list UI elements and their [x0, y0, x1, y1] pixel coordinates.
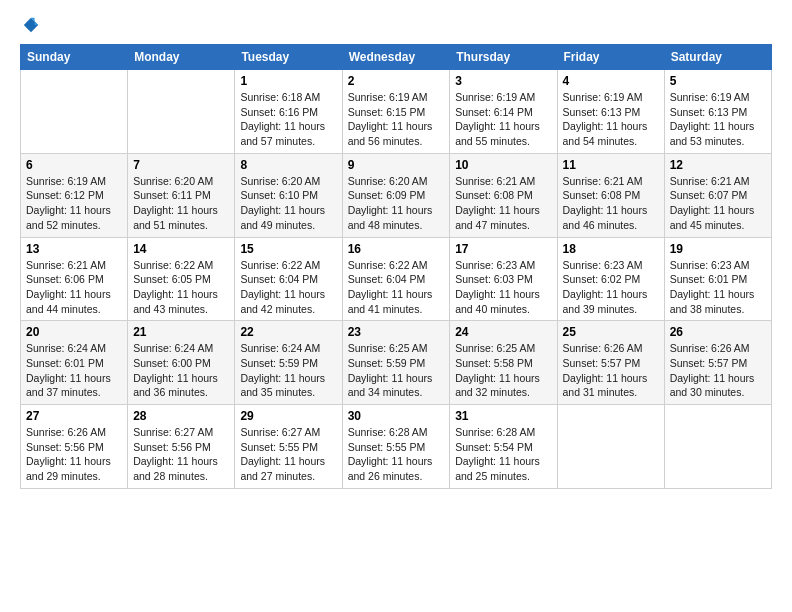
calendar-header-wednesday: Wednesday	[342, 45, 450, 70]
calendar-header-tuesday: Tuesday	[235, 45, 342, 70]
calendar-cell: 18Sunrise: 6:23 AMSunset: 6:02 PMDayligh…	[557, 237, 664, 321]
day-number: 21	[133, 325, 229, 339]
calendar-cell: 15Sunrise: 6:22 AMSunset: 6:04 PMDayligh…	[235, 237, 342, 321]
day-info: Sunrise: 6:19 AMSunset: 6:12 PMDaylight:…	[26, 174, 122, 233]
calendar-cell: 31Sunrise: 6:28 AMSunset: 5:54 PMDayligh…	[450, 405, 557, 489]
day-number: 17	[455, 242, 551, 256]
day-number: 5	[670, 74, 766, 88]
calendar-cell	[21, 70, 128, 154]
calendar-cell: 19Sunrise: 6:23 AMSunset: 6:01 PMDayligh…	[664, 237, 771, 321]
calendar-cell: 2Sunrise: 6:19 AMSunset: 6:15 PMDaylight…	[342, 70, 450, 154]
calendar-cell: 23Sunrise: 6:25 AMSunset: 5:59 PMDayligh…	[342, 321, 450, 405]
day-info: Sunrise: 6:27 AMSunset: 5:55 PMDaylight:…	[240, 425, 336, 484]
calendar-header-saturday: Saturday	[664, 45, 771, 70]
day-number: 10	[455, 158, 551, 172]
day-info: Sunrise: 6:22 AMSunset: 6:05 PMDaylight:…	[133, 258, 229, 317]
day-number: 14	[133, 242, 229, 256]
day-number: 31	[455, 409, 551, 423]
calendar-cell: 29Sunrise: 6:27 AMSunset: 5:55 PMDayligh…	[235, 405, 342, 489]
day-number: 20	[26, 325, 122, 339]
day-number: 25	[563, 325, 659, 339]
logo-icon	[22, 16, 40, 34]
calendar-table: SundayMondayTuesdayWednesdayThursdayFrid…	[20, 44, 772, 489]
day-info: Sunrise: 6:21 AMSunset: 6:08 PMDaylight:…	[563, 174, 659, 233]
day-number: 3	[455, 74, 551, 88]
day-number: 13	[26, 242, 122, 256]
day-info: Sunrise: 6:19 AMSunset: 6:13 PMDaylight:…	[670, 90, 766, 149]
calendar-cell: 6Sunrise: 6:19 AMSunset: 6:12 PMDaylight…	[21, 153, 128, 237]
day-number: 11	[563, 158, 659, 172]
day-info: Sunrise: 6:19 AMSunset: 6:15 PMDaylight:…	[348, 90, 445, 149]
calendar-cell: 25Sunrise: 6:26 AMSunset: 5:57 PMDayligh…	[557, 321, 664, 405]
calendar-cell: 20Sunrise: 6:24 AMSunset: 6:01 PMDayligh…	[21, 321, 128, 405]
day-number: 1	[240, 74, 336, 88]
calendar-cell: 28Sunrise: 6:27 AMSunset: 5:56 PMDayligh…	[128, 405, 235, 489]
calendar-cell: 10Sunrise: 6:21 AMSunset: 6:08 PMDayligh…	[450, 153, 557, 237]
day-info: Sunrise: 6:21 AMSunset: 6:08 PMDaylight:…	[455, 174, 551, 233]
day-info: Sunrise: 6:25 AMSunset: 5:58 PMDaylight:…	[455, 341, 551, 400]
calendar-cell	[128, 70, 235, 154]
day-info: Sunrise: 6:20 AMSunset: 6:10 PMDaylight:…	[240, 174, 336, 233]
day-info: Sunrise: 6:23 AMSunset: 6:01 PMDaylight:…	[670, 258, 766, 317]
day-info: Sunrise: 6:20 AMSunset: 6:09 PMDaylight:…	[348, 174, 445, 233]
day-info: Sunrise: 6:28 AMSunset: 5:54 PMDaylight:…	[455, 425, 551, 484]
calendar-cell	[557, 405, 664, 489]
day-info: Sunrise: 6:24 AMSunset: 6:00 PMDaylight:…	[133, 341, 229, 400]
day-info: Sunrise: 6:22 AMSunset: 6:04 PMDaylight:…	[240, 258, 336, 317]
calendar-cell: 3Sunrise: 6:19 AMSunset: 6:14 PMDaylight…	[450, 70, 557, 154]
day-number: 7	[133, 158, 229, 172]
day-number: 30	[348, 409, 445, 423]
day-info: Sunrise: 6:20 AMSunset: 6:11 PMDaylight:…	[133, 174, 229, 233]
calendar-cell: 4Sunrise: 6:19 AMSunset: 6:13 PMDaylight…	[557, 70, 664, 154]
day-info: Sunrise: 6:21 AMSunset: 6:06 PMDaylight:…	[26, 258, 122, 317]
calendar-cell: 30Sunrise: 6:28 AMSunset: 5:55 PMDayligh…	[342, 405, 450, 489]
calendar-cell: 14Sunrise: 6:22 AMSunset: 6:05 PMDayligh…	[128, 237, 235, 321]
day-number: 26	[670, 325, 766, 339]
day-info: Sunrise: 6:23 AMSunset: 6:02 PMDaylight:…	[563, 258, 659, 317]
calendar-week-4: 27Sunrise: 6:26 AMSunset: 5:56 PMDayligh…	[21, 405, 772, 489]
calendar-cell	[664, 405, 771, 489]
calendar-week-3: 20Sunrise: 6:24 AMSunset: 6:01 PMDayligh…	[21, 321, 772, 405]
calendar-header-sunday: Sunday	[21, 45, 128, 70]
day-number: 29	[240, 409, 336, 423]
calendar-header-thursday: Thursday	[450, 45, 557, 70]
day-number: 27	[26, 409, 122, 423]
day-info: Sunrise: 6:19 AMSunset: 6:14 PMDaylight:…	[455, 90, 551, 149]
day-info: Sunrise: 6:22 AMSunset: 6:04 PMDaylight:…	[348, 258, 445, 317]
calendar-cell: 16Sunrise: 6:22 AMSunset: 6:04 PMDayligh…	[342, 237, 450, 321]
logo	[20, 16, 40, 34]
day-number: 24	[455, 325, 551, 339]
day-info: Sunrise: 6:23 AMSunset: 6:03 PMDaylight:…	[455, 258, 551, 317]
day-info: Sunrise: 6:26 AMSunset: 5:56 PMDaylight:…	[26, 425, 122, 484]
calendar-cell: 24Sunrise: 6:25 AMSunset: 5:58 PMDayligh…	[450, 321, 557, 405]
day-number: 8	[240, 158, 336, 172]
calendar-header-friday: Friday	[557, 45, 664, 70]
day-number: 4	[563, 74, 659, 88]
calendar-cell: 27Sunrise: 6:26 AMSunset: 5:56 PMDayligh…	[21, 405, 128, 489]
day-number: 18	[563, 242, 659, 256]
day-info: Sunrise: 6:24 AMSunset: 6:01 PMDaylight:…	[26, 341, 122, 400]
day-number: 16	[348, 242, 445, 256]
calendar-cell: 13Sunrise: 6:21 AMSunset: 6:06 PMDayligh…	[21, 237, 128, 321]
calendar-week-0: 1Sunrise: 6:18 AMSunset: 6:16 PMDaylight…	[21, 70, 772, 154]
day-number: 28	[133, 409, 229, 423]
day-number: 12	[670, 158, 766, 172]
day-info: Sunrise: 6:27 AMSunset: 5:56 PMDaylight:…	[133, 425, 229, 484]
day-number: 2	[348, 74, 445, 88]
day-info: Sunrise: 6:21 AMSunset: 6:07 PMDaylight:…	[670, 174, 766, 233]
calendar-cell: 26Sunrise: 6:26 AMSunset: 5:57 PMDayligh…	[664, 321, 771, 405]
day-number: 6	[26, 158, 122, 172]
calendar-cell: 21Sunrise: 6:24 AMSunset: 6:00 PMDayligh…	[128, 321, 235, 405]
calendar-cell: 8Sunrise: 6:20 AMSunset: 6:10 PMDaylight…	[235, 153, 342, 237]
calendar-cell: 17Sunrise: 6:23 AMSunset: 6:03 PMDayligh…	[450, 237, 557, 321]
day-info: Sunrise: 6:25 AMSunset: 5:59 PMDaylight:…	[348, 341, 445, 400]
day-info: Sunrise: 6:24 AMSunset: 5:59 PMDaylight:…	[240, 341, 336, 400]
calendar-week-2: 13Sunrise: 6:21 AMSunset: 6:06 PMDayligh…	[21, 237, 772, 321]
day-number: 15	[240, 242, 336, 256]
calendar-cell: 9Sunrise: 6:20 AMSunset: 6:09 PMDaylight…	[342, 153, 450, 237]
calendar-week-1: 6Sunrise: 6:19 AMSunset: 6:12 PMDaylight…	[21, 153, 772, 237]
calendar-cell: 11Sunrise: 6:21 AMSunset: 6:08 PMDayligh…	[557, 153, 664, 237]
day-info: Sunrise: 6:18 AMSunset: 6:16 PMDaylight:…	[240, 90, 336, 149]
day-info: Sunrise: 6:28 AMSunset: 5:55 PMDaylight:…	[348, 425, 445, 484]
page: SundayMondayTuesdayWednesdayThursdayFrid…	[0, 0, 792, 612]
